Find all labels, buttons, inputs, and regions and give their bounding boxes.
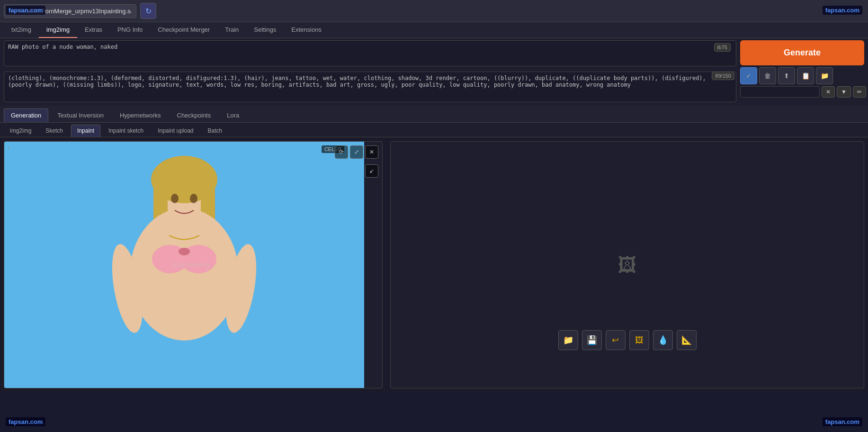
overlay-btn-1[interactable]: ⟳ bbox=[335, 145, 348, 159]
top-bar: berRealisticPornMerge_urpmv13Inpainting.… bbox=[0, 0, 868, 22]
style-x-button[interactable]: ✕ bbox=[822, 86, 835, 98]
tab-checkpoint-merger[interactable]: Checkpoint Merger bbox=[150, 22, 217, 38]
output-action-drop[interactable]: 💧 bbox=[653, 330, 673, 350]
action-icons-row: ✓ 🗑 ⬆ 📋 📁 bbox=[740, 67, 864, 84]
generate-button[interactable]: Generate bbox=[740, 40, 864, 65]
overlay-btn-close[interactable]: ✕ bbox=[365, 145, 378, 159]
tab-img2img[interactable]: img2img bbox=[39, 22, 77, 38]
tab-settings[interactable]: Settings bbox=[246, 22, 284, 38]
negative-counter: 89/150 bbox=[712, 72, 734, 80]
output-action-measure[interactable]: 📐 bbox=[677, 330, 697, 350]
prompt-section: 8/75 89/150 Generate ✓ 🗑 ⬆ 📋 📁 ✕ ▼ ✏ bbox=[0, 38, 868, 106]
watermark-bottom-right: fapsan.com bbox=[823, 417, 862, 426]
sub-tab-sketch[interactable]: Sketch bbox=[39, 125, 69, 137]
svg-point-6 bbox=[130, 208, 239, 341]
style-dropdown-button[interactable]: ▼ bbox=[837, 86, 851, 98]
svg-point-12 bbox=[190, 194, 197, 203]
style-input[interactable] bbox=[740, 86, 820, 98]
tab-train[interactable]: Train bbox=[217, 22, 246, 38]
section-tab-lora[interactable]: Lora bbox=[220, 108, 246, 122]
watermark-top-left: fapsan.com bbox=[6, 6, 45, 15]
sub-tab-inpaint[interactable]: Inpaint bbox=[71, 125, 100, 137]
watermark-top-right: fapsan.com bbox=[823, 6, 862, 15]
sub-tab-batch[interactable]: Batch bbox=[202, 125, 229, 137]
image-overlay-buttons: ⟳ ⤢ ✕ bbox=[335, 145, 378, 159]
sub-tab-inpaint-upload[interactable]: Inpaint upload bbox=[152, 125, 199, 137]
negative-prompt-input[interactable] bbox=[4, 72, 736, 102]
tab-extras[interactable]: Extras bbox=[77, 22, 110, 38]
content-area: i CELEB ⟳ ⤢ ✕ ↙ bbox=[0, 137, 868, 392]
nav-tabs: txt2img img2img Extras PNG Info Checkpoi… bbox=[0, 22, 868, 38]
positive-prompt-input[interactable] bbox=[4, 40, 736, 66]
left-panel[interactable]: i CELEB ⟳ ⤢ ✕ ↙ bbox=[4, 141, 383, 388]
output-action-save[interactable]: 💾 bbox=[582, 330, 602, 350]
tab-extensions[interactable]: Extensions bbox=[284, 22, 329, 38]
overlay-btn-2[interactable]: ⤢ bbox=[350, 145, 363, 159]
output-action-folder[interactable]: 📁 bbox=[558, 330, 578, 350]
check-icon-button[interactable]: ✓ bbox=[740, 67, 757, 84]
prompt-wrapper: 8/75 89/150 Generate ✓ 🗑 ⬆ 📋 📁 ✕ ▼ ✏ bbox=[4, 40, 864, 104]
section-tab-textual-inversion[interactable]: Textual Inversion bbox=[50, 108, 111, 122]
section-tab-checkpoints[interactable]: Checkpoints bbox=[170, 108, 218, 122]
sub-tab-img2img[interactable]: img2img bbox=[4, 125, 37, 137]
tab-png-info[interactable]: PNG Info bbox=[110, 22, 150, 38]
clipboard-icon-button[interactable]: 📋 bbox=[797, 67, 814, 84]
trash-icon-button[interactable]: 🗑 bbox=[759, 67, 776, 84]
output-image-placeholder: 🖼 bbox=[618, 254, 637, 276]
canvas-info-char: i bbox=[8, 145, 9, 151]
refresh-button[interactable]: ↻ bbox=[140, 3, 156, 19]
section-tab-generation[interactable]: Generation bbox=[4, 108, 48, 122]
output-action-image[interactable]: 🖼 bbox=[629, 330, 649, 350]
prompt-right: Generate ✓ 🗑 ⬆ 📋 📁 ✕ ▼ ✏ bbox=[740, 40, 864, 98]
output-action-bar: 📁 💾 ↩ 🖼 💧 📐 bbox=[558, 330, 697, 350]
section-tabs: Generation Textual Inversion Hypernetwor… bbox=[0, 106, 868, 123]
sub-tabs: img2img Sketch Inpaint Inpaint sketch In… bbox=[0, 123, 868, 137]
style-input-row: ✕ ▼ ✏ bbox=[740, 86, 864, 98]
svg-point-10 bbox=[179, 248, 190, 255]
section-tab-hypernetworks[interactable]: Hypernetworks bbox=[113, 108, 168, 122]
sub-tab-inpaint-sketch[interactable]: Inpaint sketch bbox=[102, 125, 150, 137]
right-panel: 🖼 📁 💾 ↩ 🖼 💧 📐 bbox=[390, 141, 864, 388]
output-action-undo[interactable]: ↩ bbox=[606, 330, 626, 350]
folder-icon-button[interactable]: 📁 bbox=[816, 67, 833, 84]
svg-point-11 bbox=[171, 194, 179, 203]
canvas-svg bbox=[4, 142, 364, 388]
upload-icon-button[interactable]: ⬆ bbox=[778, 67, 795, 84]
prompt-counter: 8/75 bbox=[714, 43, 731, 52]
watermark-bottom-left: fapsan.com bbox=[6, 417, 45, 426]
canvas-image-area: start drawing... bbox=[4, 142, 382, 388]
resize-arrow-button[interactable]: ↙ bbox=[365, 164, 378, 178]
style-edit-button[interactable]: ✏ bbox=[853, 86, 866, 98]
tab-txt2img[interactable]: txt2img bbox=[4, 22, 39, 38]
prompt-left: 8/75 89/150 bbox=[4, 40, 864, 104]
